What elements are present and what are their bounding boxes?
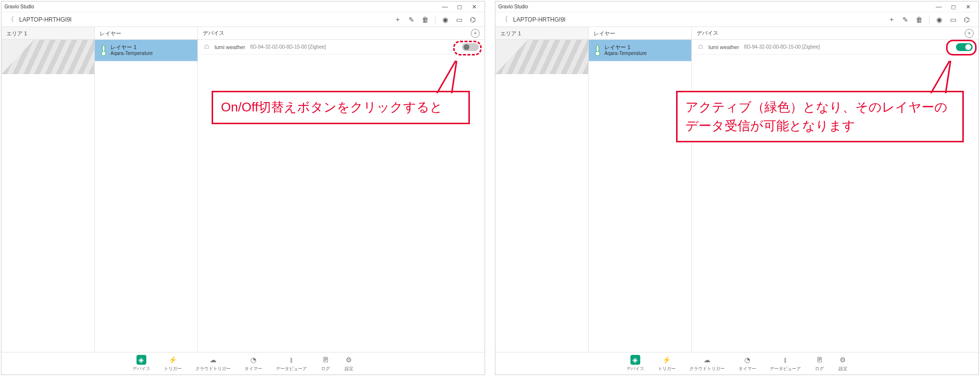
minimize-button[interactable]: —	[931, 3, 946, 10]
area-column: エリア 1	[1, 27, 95, 352]
nav-settings[interactable]: ⚙設定	[344, 355, 354, 372]
data-viewer-nav-icon: ⫿	[286, 355, 296, 365]
delete-icon[interactable]: 🗑	[418, 16, 432, 24]
camera-icon[interactable]: ◉	[932, 16, 946, 24]
gear-icon: ⚙	[344, 355, 354, 365]
device-toggle-on[interactable]	[956, 43, 973, 51]
log-nav-icon: 🖹	[815, 355, 824, 365]
back-icon[interactable]: 〈	[6, 15, 15, 24]
area-header[interactable]: エリア 1	[495, 27, 588, 40]
device-header: デバイス	[203, 29, 224, 37]
layer-item[interactable]: レイヤー 1 Aqara-Temperature	[589, 40, 691, 61]
layer-name: レイヤー 1	[110, 44, 153, 51]
device-row[interactable]: ☖ lumi weather 8D-94-32-02-00-8D-15-00 […	[692, 40, 979, 54]
bluetooth-icon[interactable]: ⌬	[466, 16, 480, 24]
nav-trigger[interactable]: ⚡トリガー	[658, 355, 676, 372]
area-header[interactable]: エリア 1	[1, 27, 94, 40]
callout-right-text: アクティブ（緑色）となり、そのレイヤーのデータ受信が可能となります	[685, 100, 948, 133]
delete-icon[interactable]: 🗑	[912, 16, 926, 24]
nav-trigger[interactable]: ⚡トリガー	[164, 355, 182, 372]
edit-icon[interactable]: ✎	[405, 16, 418, 24]
card-icon[interactable]: ▭	[946, 16, 960, 24]
layer-type: Aqara-Temperature	[604, 51, 647, 56]
device-header: デバイス	[697, 29, 718, 37]
window-left: Gravio Studio — ◻ ✕ 〈 LAPTOP-HRTHGI9I ＋ …	[1, 1, 485, 375]
gear-icon: ⚙	[838, 355, 848, 365]
main-columns: エリア 1 レイヤー レイヤー 1 Aqara-Temperature デバイス…	[1, 27, 485, 352]
close-button[interactable]: ✕	[961, 3, 976, 10]
host-name: LAPTOP-HRTHGI9I	[513, 16, 566, 23]
app-title: Gravio Studio	[498, 4, 528, 9]
device-mac: 8D-94-32-02-00-8D-15-00 [Zigbee]	[250, 44, 326, 50]
add-device-icon[interactable]: ＋	[471, 29, 480, 38]
layer-header: レイヤー	[95, 27, 197, 40]
nav-log[interactable]: 🖹ログ	[321, 355, 330, 372]
timer-nav-icon: ◔	[248, 355, 258, 365]
add-device-icon[interactable]: ＋	[965, 29, 974, 38]
camera-icon[interactable]: ◉	[438, 16, 452, 24]
nav-data-viewer[interactable]: ⫿データビューア	[770, 355, 801, 372]
nav-log[interactable]: 🖹ログ	[815, 355, 824, 372]
add-icon[interactable]: ＋	[391, 15, 405, 24]
device-name: lumi weather	[215, 44, 245, 50]
annotation-callout-right: アクティブ（緑色）となり、そのレイヤーのデータ受信が可能となります	[676, 91, 964, 142]
layer-type: Aqara-Temperature	[110, 51, 153, 56]
nav-timer[interactable]: ◔タイマー	[738, 355, 756, 372]
device-row[interactable]: ☖ lumi weather 8D-94-32-02-00-8D-15-00 […	[198, 40, 485, 54]
minimize-button[interactable]: —	[437, 3, 452, 10]
timer-nav-icon: ◔	[742, 355, 752, 365]
device-nav-icon: ◈	[630, 355, 640, 365]
callout-left-text: On/Off切替えボタンをクリックすると	[221, 100, 443, 114]
toolbar: 〈 LAPTOP-HRTHGI9I ＋ ✎ 🗑 ◉ ▭ ⌬	[495, 12, 979, 27]
maximize-button[interactable]: ◻	[452, 3, 467, 10]
area-thumbnail[interactable]	[1, 40, 94, 74]
card-icon[interactable]: ▭	[452, 16, 466, 24]
area-thumbnail[interactable]	[495, 40, 588, 74]
nav-data-viewer[interactable]: ⫿データビューア	[276, 355, 307, 372]
nav-device[interactable]: ◈デバイス	[133, 355, 150, 372]
layer-name: レイヤー 1	[604, 44, 647, 51]
toolbar: 〈 LAPTOP-HRTHGI9I ＋ ✎ 🗑 ◉ ▭ ⌬	[1, 12, 485, 27]
layer-column: レイヤー レイヤー 1 Aqara-Temperature	[589, 27, 692, 352]
bottom-nav: ◈デバイス ⚡トリガー ☁クラウドトリガー ◔タイマー ⫿データビューア 🖹ログ…	[495, 352, 979, 375]
maximize-button[interactable]: ◻	[946, 3, 961, 10]
window-right: Gravio Studio — ◻ ✕ 〈 LAPTOP-HRTHGI9I ＋ …	[495, 1, 979, 375]
device-name: lumi weather	[708, 44, 739, 50]
cloud-trigger-nav-icon: ☁	[702, 355, 712, 365]
thermometer-icon	[100, 45, 107, 56]
nav-cloud-trigger[interactable]: ☁クラウドトリガー	[195, 355, 231, 372]
cloud-trigger-nav-icon: ☁	[208, 355, 218, 365]
device-nav-icon: ◈	[136, 355, 146, 365]
bottom-nav: ◈デバイス ⚡トリガー ☁クラウドトリガー ◔タイマー ⫿データビューア 🖹ログ…	[1, 352, 485, 375]
layer-column: レイヤー レイヤー 1 Aqara-Temperature	[95, 27, 198, 352]
edit-icon[interactable]: ✎	[898, 16, 912, 24]
annotation-callout-left: On/Off切替えボタンをクリックすると	[212, 91, 470, 124]
close-button[interactable]: ✕	[467, 3, 482, 10]
add-icon[interactable]: ＋	[885, 15, 898, 24]
data-viewer-nav-icon: ⫿	[780, 355, 790, 365]
trigger-nav-icon: ⚡	[168, 355, 178, 365]
antenna-icon: ☖	[204, 44, 210, 50]
antenna-icon: ☖	[698, 44, 704, 50]
device-mac: 8D-94-32-02-00-8D-15-00 [Zigbee]	[744, 44, 820, 50]
layer-item[interactable]: レイヤー 1 Aqara-Temperature	[95, 40, 197, 61]
back-icon[interactable]: 〈	[500, 15, 509, 24]
bluetooth-icon[interactable]: ⌬	[960, 16, 974, 24]
nav-device[interactable]: ◈デバイス	[626, 355, 644, 372]
trigger-nav-icon: ⚡	[662, 355, 672, 365]
nav-settings[interactable]: ⚙設定	[838, 355, 848, 372]
nav-timer[interactable]: ◔タイマー	[245, 355, 262, 372]
device-toggle-off[interactable]	[462, 43, 479, 51]
device-column: デバイス ＋ ☖ lumi weather 8D-94-32-02-00-8D-…	[198, 27, 485, 352]
titlebar: Gravio Studio — ◻ ✕	[1, 1, 485, 12]
app-title: Gravio Studio	[4, 4, 34, 9]
nav-cloud-trigger[interactable]: ☁クラウドトリガー	[689, 355, 725, 372]
device-column: デバイス ＋ ☖ lumi weather 8D-94-32-02-00-8D-…	[692, 27, 979, 352]
host-name: LAPTOP-HRTHGI9I	[19, 16, 72, 23]
area-column: エリア 1	[495, 27, 589, 352]
layer-header: レイヤー	[589, 27, 691, 40]
log-nav-icon: 🖹	[321, 355, 330, 365]
titlebar: Gravio Studio — ◻ ✕	[495, 1, 979, 12]
main-columns: エリア 1 レイヤー レイヤー 1 Aqara-Temperature デバイス…	[495, 27, 979, 352]
thermometer-icon	[594, 45, 600, 56]
